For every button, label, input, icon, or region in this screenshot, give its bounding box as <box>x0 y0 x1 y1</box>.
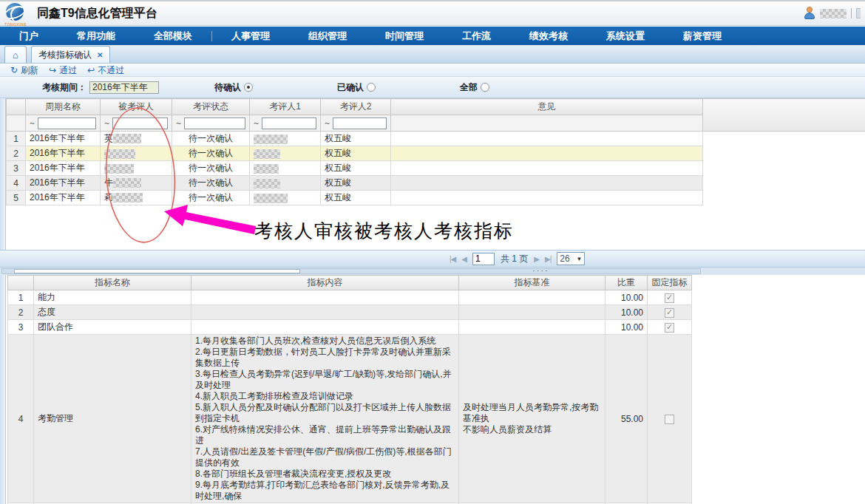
main-nav: 门户 常用功能 全部模块 人事管理 组织管理 时间管理 工作流 绩效考核 系统设… <box>0 27 865 45</box>
table-row[interactable]: 3 2016年下半年 待一次确认 权五峻 <box>7 161 703 176</box>
home-icon: ⌂ <box>13 50 18 61</box>
grid2-header-row: 指标名称 指标内容 指标基准 比重 固定指标 <box>8 276 692 290</box>
approve-button[interactable]: ↪ 通过 <box>49 64 77 77</box>
page-size-select[interactable]: 26 ▼ <box>557 252 585 265</box>
col-header-indicator-name[interactable]: 指标名称 <box>34 276 191 290</box>
nav-item-common[interactable]: 常用功能 <box>58 27 135 45</box>
filter-input-status[interactable] <box>184 118 245 129</box>
table-row[interactable]: 2 态度 10.00 <box>8 305 692 320</box>
refresh-label: 刷新 <box>21 64 38 77</box>
table-row-selected[interactable]: 2 2016年下半年 待一次确认 权五峻 <box>7 146 703 161</box>
grid1-filter-row: ~ ~ ~ ~ ~ <box>7 115 703 132</box>
reject-button[interactable]: ↩ 不通过 <box>87 64 124 77</box>
censored-name <box>104 164 134 174</box>
tab-close-icon[interactable]: ✕ <box>97 51 103 59</box>
first-page-button[interactable]: |◀ <box>450 255 455 263</box>
assessment-grid: 周期名称 被考评人 考评状态 考评人1 考评人2 意见 ~ ~ ~ ~ ~ 1 … <box>6 98 703 205</box>
period-input[interactable] <box>89 81 159 94</box>
filter-bar: 考核期间： 待确认 已确认 全部 <box>0 77 865 98</box>
table-row[interactable]: 3 团队合作 10.00 <box>8 320 692 335</box>
next-page-button[interactable]: ▶ <box>534 255 539 263</box>
left-panel-edge <box>0 98 6 250</box>
edge-fragment-icon <box>856 8 861 18</box>
fixed-checkbox[interactable] <box>665 308 674 318</box>
table-row[interactable]: 1 2016年下半年 英 待一次确认 权五峻 <box>7 132 703 146</box>
assessee-partial: 莉 <box>104 192 113 202</box>
col-header-indicator-standard[interactable]: 指标基准 <box>459 276 606 290</box>
page-number-input[interactable] <box>472 253 495 265</box>
pagination-bar: |◀ ◀ 共 1 页 ▶ ▶| 26 ▼ <box>0 250 865 268</box>
tilde-label: ~ <box>176 118 181 129</box>
indicator-content-text: 1.每月收集各部门人员班次,检查核对人员信息无误后倒入系统 2.每日更新日考勤数… <box>195 336 455 502</box>
col-header-fixed[interactable]: 固定指标 <box>648 276 692 290</box>
user-area <box>804 7 861 20</box>
tilde-label: ~ <box>325 118 330 129</box>
app-logo-icon: TONGXINE <box>6 3 28 24</box>
approve-arrow-icon: ↪ <box>49 65 56 75</box>
censored-name <box>113 193 143 202</box>
user-divider <box>851 8 852 18</box>
splitter-handle-icon[interactable]: ···· <box>532 266 549 275</box>
filter-input-assessor2[interactable] <box>333 118 387 129</box>
annotation-arrow <box>164 205 256 234</box>
left-panel-edge-bottom <box>0 275 6 504</box>
nav-item-portal[interactable]: 门户 <box>0 27 58 45</box>
tilde-label: ~ <box>30 118 35 129</box>
fixed-checkbox[interactable] <box>665 415 674 424</box>
table-row[interactable]: 4 2016年下半年 牛 待一次确认 权五峻 <box>7 176 703 191</box>
filter-input-assessee[interactable] <box>112 118 168 129</box>
col-header-assessor1[interactable]: 考评人1 <box>250 99 321 115</box>
fixed-checkbox[interactable] <box>665 323 674 333</box>
nav-item-org[interactable]: 组织管理 <box>289 27 366 45</box>
censored-name <box>254 134 288 144</box>
page-size-value: 26 <box>560 253 569 264</box>
col-header-period[interactable]: 周期名称 <box>26 99 101 115</box>
tilde-label: ~ <box>254 118 259 129</box>
nav-item-time[interactable]: 时间管理 <box>366 27 443 45</box>
period-label: 考核期间： <box>42 81 86 94</box>
annotation-text: 考核人审核被考核人考核指标 <box>254 219 514 243</box>
table-row[interactable]: 4 考勤管理 1.每月收集各部门人员班次,检查核对人员信息无误后倒入系统 2.每… <box>8 335 692 503</box>
col-header-assessee[interactable]: 被考评人 <box>101 99 172 115</box>
tab-label: 考核指标确认 <box>38 49 92 61</box>
user-icon <box>804 7 815 20</box>
fixed-checkbox[interactable] <box>665 293 674 303</box>
radio-pending[interactable] <box>244 83 253 92</box>
scrollbar-thumb[interactable] <box>14 269 300 273</box>
col-header-weight[interactable]: 比重 <box>606 276 648 290</box>
table-row[interactable]: 1 能力 10.00 <box>8 290 692 305</box>
tab-assessment-confirm[interactable]: 考核指标确认 ✕ <box>31 46 110 63</box>
prev-page-button[interactable]: ◀ <box>461 255 467 263</box>
nav-item-salary[interactable]: 薪资管理 <box>664 27 741 45</box>
radio-label-all: 全部 <box>460 81 478 94</box>
filter-input-assessor1[interactable] <box>262 118 316 129</box>
nav-item-system[interactable]: 系统设置 <box>587 27 664 45</box>
indicator-grid: 指标名称 指标内容 指标基准 比重 固定指标 1 能力 10.00 2 态度 1… <box>7 275 692 504</box>
nav-item-workflow[interactable]: 工作流 <box>443 27 510 45</box>
horizontal-scrollbar[interactable] <box>1 268 701 274</box>
reject-arrow-icon: ↩ <box>87 65 95 75</box>
tab-bar: ⌂ 考核指标确认 ✕ <box>0 45 865 64</box>
nav-item-performance[interactable]: 绩效考核 <box>510 27 587 45</box>
app-window: TONGXINE 同鑫T9信息化管理平台 门户 常用功能 全部模块 人事管理 组… <box>0 0 865 504</box>
assessee-partial: 英 <box>104 133 113 143</box>
col-header-opinion[interactable]: 意见 <box>391 99 703 115</box>
radio-all[interactable] <box>481 83 489 92</box>
col-header-status[interactable]: 考评状态 <box>172 99 250 115</box>
table-row[interactable]: 5 2016年下半年 莉 待一次确认 权五峻 <box>7 191 703 205</box>
grid1-corner <box>7 99 26 115</box>
col-header-assessor2[interactable]: 考评人2 <box>321 99 391 115</box>
nav-item-all-modules[interactable]: 全部模块 <box>135 27 211 45</box>
filter-input-period[interactable] <box>38 118 96 129</box>
refresh-button[interactable]: ↻ 刷新 <box>10 64 38 77</box>
refresh-icon: ↻ <box>10 65 18 75</box>
tab-home[interactable]: ⌂ <box>4 46 27 63</box>
last-page-button[interactable]: ▶| <box>545 255 551 263</box>
radio-confirmed[interactable] <box>367 83 376 92</box>
top-header: TONGXINE 同鑫T9信息化管理平台 <box>0 0 865 26</box>
col-header-indicator-content[interactable]: 指标内容 <box>191 276 459 290</box>
chevron-down-icon: ▼ <box>576 256 582 262</box>
censored-name <box>254 164 279 174</box>
nav-item-hr[interactable]: 人事管理 <box>212 27 289 45</box>
app-title: 同鑫T9信息化管理平台 <box>37 6 157 21</box>
